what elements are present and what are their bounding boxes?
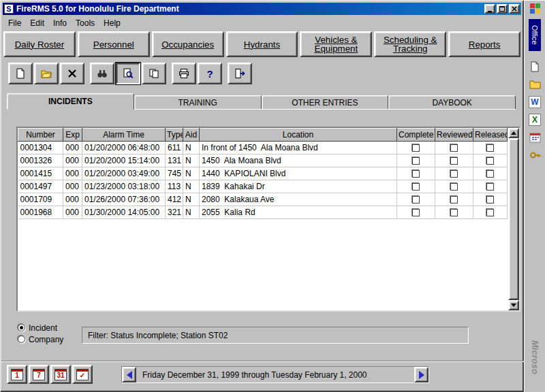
access-shortcut-button[interactable] xyxy=(527,148,542,163)
word-shortcut-button[interactable]: W xyxy=(527,95,542,110)
microsoft-branding: Microso xyxy=(530,340,540,374)
scroll-up-button[interactable] xyxy=(508,128,519,138)
open-office-document-button[interactable] xyxy=(527,77,542,92)
table-row[interactable]: 0001304 000 01/20/2000 06:48:00 611 N In… xyxy=(18,142,508,154)
col-alarm-time[interactable]: Alarm Time xyxy=(82,129,166,142)
tab-daybook[interactable]: DAYBOOK xyxy=(388,95,516,110)
delete-record-button[interactable] xyxy=(60,63,84,84)
menu-info[interactable]: Info xyxy=(49,17,72,29)
excel-shortcut-button[interactable]: X xyxy=(527,112,542,127)
cell-released xyxy=(473,180,508,193)
scrollbar-thumb[interactable] xyxy=(508,138,519,300)
tab-training[interactable]: TRAINING xyxy=(134,95,262,110)
filter-text: Filter: Status Incomplete; Station ST02 xyxy=(88,331,228,340)
next-period-button[interactable] xyxy=(414,367,429,382)
nav-hydrants-button[interactable]: Hydrants xyxy=(226,31,298,57)
office-bar-title[interactable]: Office xyxy=(529,19,541,51)
reviewed-checkbox[interactable] xyxy=(450,170,458,178)
incident-radio-row[interactable]: Incident xyxy=(18,322,63,333)
month-view-button[interactable]: 31 xyxy=(50,365,71,384)
released-checkbox[interactable] xyxy=(486,209,494,216)
table-row[interactable]: 0001415 000 01/20/2000 03:49:00 745 N 14… xyxy=(18,167,508,180)
table-row[interactable]: 0001326 000 01/20/2000 15:14:00 131 N 14… xyxy=(18,154,508,167)
complete-checkbox[interactable] xyxy=(412,196,420,203)
company-radio[interactable] xyxy=(18,336,25,343)
exit-button[interactable] xyxy=(228,63,252,84)
cell-exp: 000 xyxy=(63,180,82,193)
complete-checkbox[interactable] xyxy=(412,183,420,191)
find-button[interactable] xyxy=(90,63,114,84)
preview-button[interactable] xyxy=(116,63,140,84)
table-header-row: Number Exp Alarm Time Type Aid Location … xyxy=(18,129,508,142)
print-button[interactable] xyxy=(172,63,196,84)
nav-personnel-button[interactable]: Personnel xyxy=(78,31,150,57)
menu-file[interactable]: File xyxy=(4,17,26,29)
reviewed-checkbox[interactable] xyxy=(450,157,458,165)
released-checkbox[interactable] xyxy=(486,183,494,191)
close-button[interactable] xyxy=(509,4,520,14)
nav-reports-button[interactable]: Reports xyxy=(448,31,520,57)
nav-vehicles-equipment-button[interactable]: Vehicles & Equipment xyxy=(300,31,372,57)
incident-radio[interactable] xyxy=(18,324,25,331)
menu-help[interactable]: Help xyxy=(99,17,125,29)
complete-checkbox[interactable] xyxy=(412,144,420,152)
cell-aid: N xyxy=(183,180,200,193)
previous-period-button[interactable] xyxy=(122,367,136,382)
new-office-document-button[interactable] xyxy=(527,59,542,74)
col-aid[interactable]: Aid xyxy=(183,129,200,142)
incidents-grid-frame: Number Exp Alarm Time Type Aid Location … xyxy=(16,127,520,312)
maximize-button[interactable] xyxy=(497,4,508,14)
col-reviewed[interactable]: Reviewed xyxy=(435,129,473,142)
table-row[interactable]: 0001709 000 01/26/2000 07:36:00 412 N 20… xyxy=(18,193,508,206)
released-checkbox[interactable] xyxy=(486,196,494,203)
week-view-button[interactable]: 7 xyxy=(29,365,49,384)
cell-number: 0001968 xyxy=(18,206,63,219)
released-checkbox[interactable] xyxy=(486,157,494,165)
released-checkbox[interactable] xyxy=(486,170,494,178)
tab-label: INCIDENTS xyxy=(48,97,93,106)
title-bar[interactable]: S FireRMS 5.0 for Honolulu Fire Departme… xyxy=(3,3,521,15)
scroll-down-button[interactable] xyxy=(508,300,519,310)
complete-checkbox[interactable] xyxy=(412,157,420,165)
table-row[interactable]: 0001497 000 01/23/2000 03:18:00 113 N 18… xyxy=(18,180,508,193)
company-radio-row[interactable]: Company xyxy=(18,333,63,345)
col-released[interactable]: Released xyxy=(473,129,508,142)
office-logo-icon[interactable] xyxy=(530,3,540,14)
nav-daily-roster-button[interactable]: Daily Roster xyxy=(3,31,76,57)
reviewed-checkbox[interactable] xyxy=(450,196,458,203)
cell-alarm-time: 01/26/2000 07:36:00 xyxy=(82,193,166,206)
vertical-scrollbar[interactable] xyxy=(508,128,519,310)
col-location[interactable]: Location xyxy=(200,129,397,142)
toolbar: ? xyxy=(8,63,252,84)
logo-square-red xyxy=(530,3,535,8)
tab-incidents[interactable]: INCIDENTS xyxy=(7,93,134,110)
help-button[interactable]: ? xyxy=(198,63,222,84)
day-view-button[interactable]: 1 xyxy=(7,365,27,384)
schedule-shortcut-button[interactable] xyxy=(527,130,542,145)
reviewed-checkbox[interactable] xyxy=(450,209,458,216)
complete-checkbox[interactable] xyxy=(412,209,420,216)
cell-alarm-time: 01/30/2000 14:05:00 xyxy=(82,206,166,219)
reviewed-checkbox[interactable] xyxy=(450,144,458,152)
col-type[interactable]: Type xyxy=(166,129,183,142)
col-number[interactable]: Number xyxy=(18,129,63,142)
nav-occupancies-button[interactable]: Occupancies xyxy=(152,31,224,57)
cell-type: 131 xyxy=(166,154,183,167)
new-record-button[interactable] xyxy=(8,63,33,84)
reviewed-checkbox[interactable] xyxy=(450,183,458,191)
tab-other-entries[interactable]: OTHER ENTRIES xyxy=(262,95,389,110)
copy-record-button[interactable] xyxy=(142,63,166,84)
minimize-button[interactable] xyxy=(484,4,495,14)
released-checkbox[interactable] xyxy=(486,144,494,152)
open-record-button[interactable] xyxy=(34,63,59,84)
menu-tools[interactable]: Tools xyxy=(72,17,99,29)
nav-scheduling-tracking-button[interactable]: Scheduling & Tracking xyxy=(374,31,446,57)
cell-released xyxy=(473,193,508,206)
new-document-icon xyxy=(529,61,540,72)
col-complete[interactable]: Complete xyxy=(397,129,435,142)
select-dates-button[interactable]: ✓ xyxy=(72,365,93,384)
menu-edit[interactable]: Edit xyxy=(26,17,49,29)
table-row[interactable]: 0001968 000 01/30/2000 14:05:00 321 N 20… xyxy=(18,206,508,219)
col-exp[interactable]: Exp xyxy=(63,129,82,142)
complete-checkbox[interactable] xyxy=(412,170,420,178)
